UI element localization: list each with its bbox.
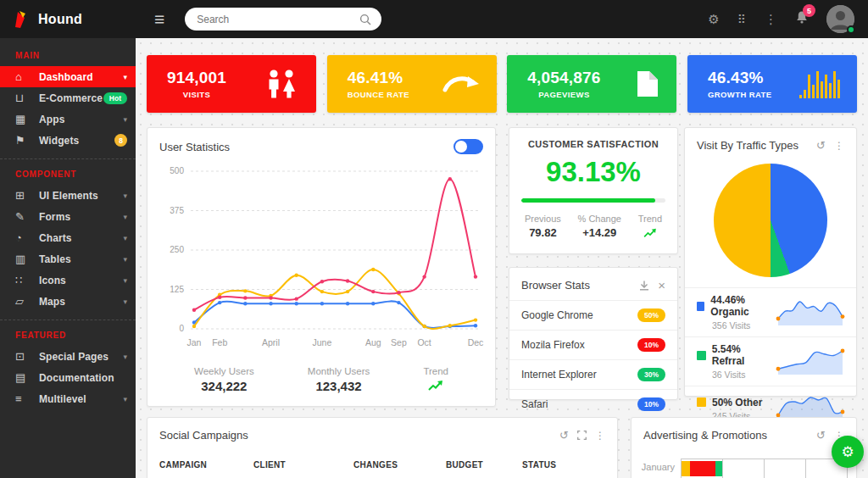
legend-row-organic[interactable]: 44.46% Organic 356 Visits xyxy=(685,287,856,336)
satisfaction-progress-bar xyxy=(521,198,665,203)
trend-up-icon xyxy=(643,228,657,238)
category-label: January xyxy=(632,462,681,472)
browser-row-chrome[interactable]: Google Chrome 50% xyxy=(509,300,677,330)
close-icon[interactable]: × xyxy=(658,279,665,292)
online-status-dot xyxy=(847,25,855,34)
advertising-plot-area xyxy=(681,459,848,478)
main-content: 914,001 VISITS 46.41% BOUNCE RATE 4,05 xyxy=(136,38,868,478)
file-icon xyxy=(636,69,659,98)
table-icon: ▥ xyxy=(15,253,39,265)
chevron-down-icon: ▾ xyxy=(123,255,127,264)
card-title: User Statistics xyxy=(159,141,453,153)
divider xyxy=(0,320,136,320)
trend-up-icon xyxy=(428,380,443,392)
sidebar-section-main: MAIN xyxy=(0,43,136,66)
stat-card-bounce-rate[interactable]: 46.41% BOUNCE RATE xyxy=(327,55,497,113)
browser-row-safari[interactable]: Safari 10% xyxy=(509,389,677,419)
card-title: Visit By Traffic Types xyxy=(697,139,816,152)
chevron-down-icon: ▾ xyxy=(123,353,127,361)
refresh-icon[interactable]: ↺ xyxy=(559,430,569,441)
sidebar-item-maps[interactable]: ▱ Maps ▾ xyxy=(0,291,136,312)
search-input[interactable] xyxy=(197,14,359,25)
legend-row-refrral[interactable]: 5.54% Refrral 36 Visits xyxy=(685,336,856,386)
chevron-down-icon: ▾ xyxy=(123,395,127,403)
sidebar-item-ui-elements[interactable]: ⊞ UI Elements ▾ xyxy=(0,185,136,206)
traffic-pie-chart xyxy=(714,164,827,277)
chevron-down-icon: ▾ xyxy=(123,192,127,200)
brand-name: Hound xyxy=(38,12,82,27)
campaigns-table-header: CAMPAIGN CLIENT CHANGES BUDGET STATUS xyxy=(147,448,617,470)
user-statistics-line-chart: 0125250375500JanFebAprilJuneAugSepOctDec xyxy=(159,161,484,354)
legend-swatch xyxy=(697,302,704,311)
card-title: Browser Stats xyxy=(521,279,639,292)
stat-card-pageviews[interactable]: 4,054,876 PAGEVIEWS xyxy=(507,55,676,113)
search-bar[interactable] xyxy=(185,8,381,31)
chevron-down-icon: ▾ xyxy=(123,297,127,306)
svg-text:250: 250 xyxy=(170,245,184,254)
pencil-icon: ✎ xyxy=(15,210,39,223)
share-badge: 10% xyxy=(637,338,665,352)
chevron-down-icon: ▾ xyxy=(123,213,127,221)
sidebar-item-dashboard[interactable]: ⌂ Dashboard ▾ xyxy=(0,66,136,87)
fullscreen-icon: ⊡ xyxy=(15,350,39,363)
search-icon[interactable] xyxy=(359,14,371,25)
chevron-down-icon: ▾ xyxy=(123,73,127,81)
kebab-menu-icon[interactable]: ⋮ xyxy=(595,431,605,441)
expand-icon[interactable] xyxy=(577,431,587,440)
sidebar-item-multilevel[interactable]: ≡ Multilevel ▾ xyxy=(0,388,136,409)
satisfaction-value: 93.13% xyxy=(521,156,665,188)
traffic-types-card: Visit By Traffic Types ↺ ⋮ 44.46% Organi… xyxy=(684,127,857,397)
user-statistics-footer: Weekly Users 324,222 Monthly Users 123,4… xyxy=(147,358,495,395)
sidebar-item-charts[interactable]: ◔ Charts ▾ xyxy=(0,227,136,248)
kebab-menu-icon[interactable]: ⋮ xyxy=(765,13,777,25)
bar-chart-icon xyxy=(799,69,840,98)
sidebar-item-documentation[interactable]: ▤ Documentation xyxy=(0,367,136,388)
hamburger-menu-icon[interactable]: ≡ xyxy=(154,10,164,28)
notifications-bell-icon[interactable]: 5 xyxy=(795,10,809,28)
advertising-bar-chart: January xyxy=(632,459,856,478)
chevron-down-icon: ▾ xyxy=(123,234,127,242)
redo-arrow-icon xyxy=(442,73,480,95)
sidebar-item-forms[interactable]: ✎ Forms ▾ xyxy=(0,206,136,227)
chevron-down-icon: ▾ xyxy=(123,276,127,285)
stat-card-visits[interactable]: 914,001 VISITS xyxy=(147,55,316,113)
sidebar-item-icons[interactable]: ∷ Icons ▾ xyxy=(0,270,136,291)
settings-fab[interactable]: ⚙ xyxy=(832,436,864,468)
user-avatar[interactable] xyxy=(826,5,854,33)
divider xyxy=(0,158,136,159)
dashboard-icon: ⌂ xyxy=(15,70,39,83)
user-statistics-toggle[interactable] xyxy=(453,139,483,154)
sidebar-section-featured: FEATURED xyxy=(0,323,136,346)
svg-text:500: 500 xyxy=(170,166,184,175)
brand[interactable]: Hound xyxy=(0,9,136,30)
svg-text:375: 375 xyxy=(170,206,184,215)
user-statistics-card: User Statistics 0125250375500JanFebApril… xyxy=(147,127,496,407)
book-icon: ▤ xyxy=(15,371,39,384)
svg-text:0: 0 xyxy=(179,324,184,333)
topbar: Hound ≡ ⚙ ⠿ ⋮ 5 xyxy=(0,0,868,38)
browser-row-ie[interactable]: Internet Explorer 30% xyxy=(509,359,677,389)
card-title: Advertising & Promotions xyxy=(643,429,816,442)
notification-count-badge: 5 xyxy=(803,4,815,17)
ui-elements-icon: ⊞ xyxy=(15,189,39,202)
refresh-icon[interactable]: ↺ xyxy=(816,140,826,151)
svg-text:Aug: Aug xyxy=(365,337,381,347)
sidebar-item-tables[interactable]: ▥ Tables ▾ xyxy=(0,248,136,270)
kebab-menu-icon[interactable]: ⋮ xyxy=(834,141,844,151)
chevron-down-icon: ▾ xyxy=(123,115,127,124)
social-campaigns-card: Social Campaigns ↺ ⋮ CAMPAIGN CLIENT CHA… xyxy=(147,417,618,478)
flag-icon: ⚑ xyxy=(15,134,39,147)
svg-text:Oct: Oct xyxy=(417,337,431,347)
sidebar-item-widgets[interactable]: ⚑ Widgets 8 xyxy=(0,130,136,151)
sidebar-item-ecommerce[interactable]: ⊔ E-Commerce Hot xyxy=(0,87,136,108)
sidebar-item-special-pages[interactable]: ⊡ Special Pages ▾ xyxy=(0,346,136,367)
browser-row-firefox[interactable]: Mozila Firefox 10% xyxy=(509,330,677,359)
apps-launcher-icon[interactable]: ⠿ xyxy=(737,14,747,25)
download-icon[interactable] xyxy=(639,281,649,291)
share-badge: 50% xyxy=(637,308,665,322)
refresh-icon[interactable]: ↺ xyxy=(816,430,826,441)
people-icon xyxy=(264,69,299,99)
sidebar-item-apps[interactable]: ▦ Apps ▾ xyxy=(0,108,136,130)
stat-card-growth-rate[interactable]: 46.43% GROWTH RATE xyxy=(687,55,857,113)
settings-gear-icon[interactable]: ⚙ xyxy=(708,13,719,25)
